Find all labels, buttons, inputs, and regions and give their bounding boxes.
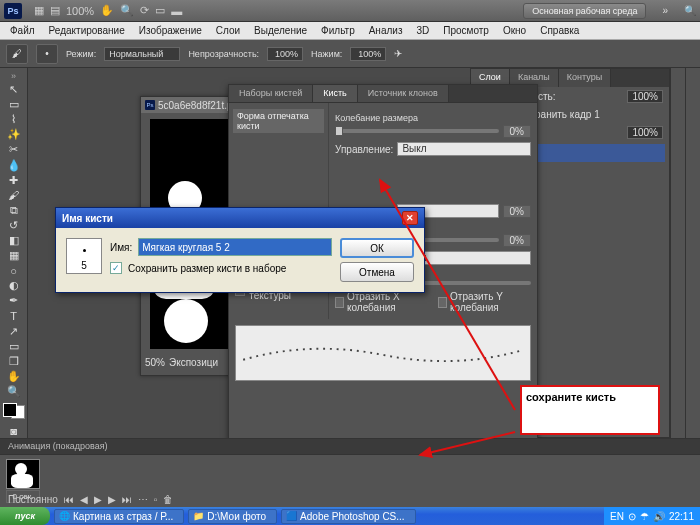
search-icon[interactable]: 🔍	[684, 5, 696, 16]
bridge-icon[interactable]: ▦	[34, 4, 44, 17]
dodge-tool-icon[interactable]: ◐	[3, 279, 25, 292]
brush-name-dialog: Имя кисти ✕ 5 Имя: ✓ Сохранить размер ки…	[55, 207, 425, 293]
quickmask-icon[interactable]: ◙	[3, 424, 25, 437]
delete-frame-icon[interactable]: 🗑	[161, 494, 175, 505]
system-tray[interactable]: EN ⊙ ☂ 🔊 22:11	[604, 507, 700, 525]
tray-icon[interactable]: 🔊	[653, 511, 665, 522]
history-brush-icon[interactable]: ↺	[3, 219, 25, 232]
shape-tool-icon[interactable]: ▭	[3, 340, 25, 353]
zoom-tool-icon[interactable]: 🔍	[3, 385, 25, 398]
ok-button[interactable]: ОК	[340, 238, 414, 258]
screen-icon[interactable]: ▬	[171, 5, 182, 17]
marquee-tool-icon[interactable]: ▭	[3, 98, 25, 111]
doc-zoom[interactable]: 50%	[145, 357, 165, 368]
menu-file[interactable]: Файл	[4, 23, 41, 38]
rotate-icon[interactable]: ⟳	[140, 4, 149, 17]
3d-tool-icon[interactable]: ❒	[3, 355, 25, 368]
brush-tool-icon[interactable]: 🖌	[3, 189, 25, 202]
layers-opacity-field[interactable]: 100%	[627, 90, 663, 103]
save-size-label: Сохранить размер кисти в наборе	[128, 263, 286, 274]
path-tool-icon[interactable]: ↗	[3, 325, 25, 338]
tab-brush[interactable]: Кисть	[313, 85, 358, 102]
angle-value[interactable]: 0%	[503, 205, 531, 218]
next-frame-icon[interactable]: ▶	[106, 494, 118, 505]
pen-tool-icon[interactable]: ✒	[3, 294, 25, 307]
tween-icon[interactable]: ⋯	[136, 494, 150, 505]
wand-tool-icon[interactable]: ✨	[3, 128, 25, 141]
right-dock-strip-1[interactable]	[685, 68, 700, 438]
size-jitter-value[interactable]: 0%	[503, 125, 531, 138]
zoom-percent[interactable]: 100%	[66, 5, 94, 17]
brush-preset-icon[interactable]: •	[36, 44, 58, 64]
chevron-right-icon[interactable]: »	[662, 5, 668, 16]
taskbar-item-2[interactable]: 📁D:\Мои фото	[188, 509, 277, 524]
menu-view[interactable]: Просмотр	[437, 23, 495, 38]
flip-y-checkbox[interactable]: Отразить Y колебания	[438, 291, 531, 313]
save-size-checkbox[interactable]: ✓	[110, 262, 122, 274]
mode-dropdown[interactable]: Нормальный	[104, 47, 180, 61]
hand-icon[interactable]: ✋	[100, 4, 114, 17]
layers-fill-field[interactable]: 100%	[627, 126, 663, 139]
eraser-tool-icon[interactable]: ◧	[3, 234, 25, 247]
menu-edit[interactable]: Редактирование	[43, 23, 131, 38]
flip-x-checkbox[interactable]: Отразить X колебания	[335, 291, 428, 313]
tab-paths[interactable]: Контуры	[559, 69, 611, 87]
size-jitter-slider[interactable]	[335, 129, 499, 133]
forward-icon[interactable]: ⏭	[120, 494, 134, 505]
crop-tool-icon[interactable]: ✂	[3, 143, 25, 156]
clock[interactable]: 22:11	[669, 511, 694, 522]
app-logo: Ps	[4, 3, 22, 19]
stamp-tool-icon[interactable]: ⧉	[3, 204, 25, 217]
menu-select[interactable]: Выделение	[248, 23, 313, 38]
move-tool-icon[interactable]: ↖	[3, 83, 25, 96]
blur-tool-icon[interactable]: ○	[3, 264, 25, 277]
control-dropdown-1[interactable]: Выкл	[397, 142, 531, 156]
new-frame-icon[interactable]: ▫	[152, 494, 160, 505]
loop-dropdown[interactable]: Постоянно	[6, 494, 60, 505]
rewind-icon[interactable]: ⏮	[62, 494, 76, 505]
cancel-button[interactable]: Отмена	[340, 262, 414, 282]
name-label: Имя:	[110, 242, 132, 253]
gradient-tool-icon[interactable]: ▦	[3, 249, 25, 262]
menu-image[interactable]: Изображение	[133, 23, 208, 38]
animation-controls: Постоянно ⏮ ◀ ▶ ▶ ⏭ ⋯ ▫ 🗑	[6, 494, 175, 505]
brush-icon[interactable]: 🖌	[6, 44, 28, 64]
opacity-field[interactable]: 100%	[267, 47, 303, 61]
tray-icon[interactable]: ⊙	[628, 511, 636, 522]
tray-icon[interactable]: ☂	[640, 511, 649, 522]
menu-analysis[interactable]: Анализ	[363, 23, 409, 38]
color-swatches[interactable]	[3, 403, 25, 419]
brush-tip-shape-label[interactable]: Форма отпечатка кисти	[233, 109, 324, 133]
type-tool-icon[interactable]: T	[3, 309, 25, 322]
menu-3d[interactable]: 3D	[410, 23, 435, 38]
hand-tool-icon[interactable]: ✋	[3, 370, 25, 383]
prev-frame-icon[interactable]: ◀	[78, 494, 90, 505]
tab-brush-presets[interactable]: Наборы кистей	[229, 85, 313, 102]
play-icon[interactable]: ▶	[92, 494, 104, 505]
zoom-icon[interactable]: 🔍	[120, 4, 134, 17]
toolbox-collapse-icon[interactable]: »	[3, 71, 25, 81]
tab-clone-source[interactable]: Источник клонов	[358, 85, 449, 102]
flow-field[interactable]: 100%	[350, 47, 386, 61]
menu-window[interactable]: Окно	[497, 23, 532, 38]
shape-jitter-value[interactable]: 0%	[503, 234, 531, 247]
history-icon[interactable]: ▤	[50, 4, 60, 17]
arrange-icon[interactable]: ▭	[155, 4, 165, 17]
taskbar-item-3[interactable]: 🟦Adobe Photoshop CS...	[281, 509, 416, 524]
menu-layers[interactable]: Слои	[210, 23, 246, 38]
right-dock-strip-2[interactable]	[670, 68, 685, 438]
menu-filter[interactable]: Фильтр	[315, 23, 361, 38]
close-icon[interactable]: ✕	[402, 211, 418, 225]
healing-tool-icon[interactable]: ✚	[3, 174, 25, 187]
animation-tab[interactable]: Анимация (покадровая)	[0, 439, 700, 455]
airbrush-icon[interactable]: ✈	[394, 48, 402, 59]
workspace-switcher[interactable]: Основная рабочая среда	[523, 3, 646, 19]
name-field[interactable]	[138, 238, 332, 256]
taskbar-item-1[interactable]: 🌐Картина из страз / Р...	[54, 509, 184, 524]
menu-help[interactable]: Справка	[534, 23, 585, 38]
dialog-titlebar[interactable]: Имя кисти ✕	[56, 208, 424, 228]
lang-indicator[interactable]: EN	[610, 511, 624, 522]
eyedropper-tool-icon[interactable]: 💧	[3, 158, 25, 171]
start-button[interactable]: пуск	[0, 507, 50, 525]
lasso-tool-icon[interactable]: ⌇	[3, 113, 25, 126]
